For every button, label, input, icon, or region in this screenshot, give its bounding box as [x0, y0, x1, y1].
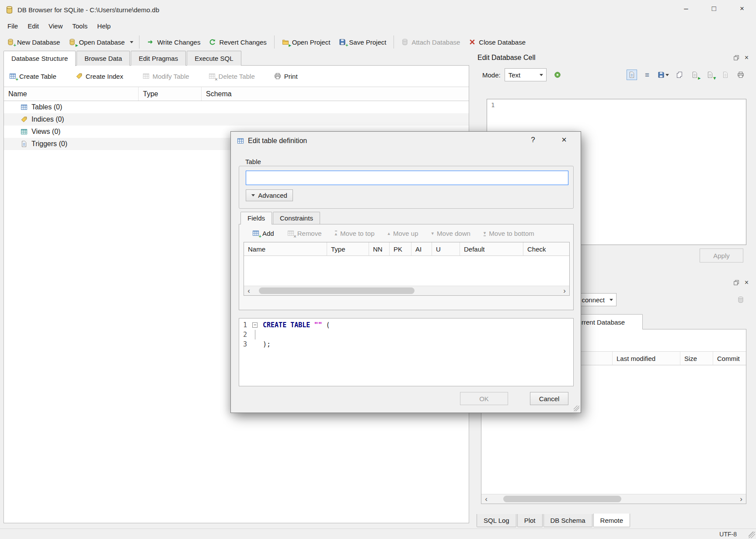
save-project-button[interactable]: + Save Project: [334, 35, 390, 49]
print-cell-icon[interactable]: [735, 70, 746, 80]
close-database-button[interactable]: Close Database: [464, 35, 530, 49]
dialog-close-button[interactable]: ×: [558, 135, 570, 145]
remote-column-commit[interactable]: Commit: [713, 352, 746, 365]
scrollbar-thumb[interactable]: [259, 287, 415, 294]
fold-collapse-icon[interactable]: −: [252, 322, 258, 328]
attach-database-icon: [401, 38, 408, 46]
fields-toolbar: + Add × Remove ▴ Move to top ▴ Move up ▾: [239, 224, 573, 242]
fields-grid-header: Name Type NN PK AI U Default Check: [244, 242, 569, 256]
export-cell-icon[interactable]: ▾: [705, 70, 715, 80]
scroll-left-icon[interactable]: ‹: [481, 494, 491, 504]
dialog-titlebar[interactable]: Edit table definition ? ×: [231, 132, 581, 150]
revert-changes-button[interactable]: Revert Changes: [205, 35, 271, 49]
column-type[interactable]: Type: [327, 242, 369, 256]
menu-edit[interactable]: Edit: [23, 21, 44, 32]
modify-table-button[interactable]: Modify Table: [143, 73, 189, 80]
scroll-right-icon[interactable]: ›: [560, 286, 569, 296]
tab-constraints[interactable]: Constraints: [273, 212, 320, 224]
resize-grip[interactable]: [749, 532, 755, 538]
create-table-button[interactable]: + Create Table: [9, 73, 56, 80]
cancel-button[interactable]: Cancel: [530, 392, 568, 405]
remote-hscrollbar[interactable]: ‹ ›: [481, 494, 746, 504]
column-name[interactable]: Name: [244, 242, 327, 256]
table-name-input[interactable]: [246, 171, 568, 185]
tab-remote[interactable]: Remote: [593, 514, 631, 527]
minimize-button[interactable]: –: [672, 0, 700, 18]
remote-column-size[interactable]: Size: [680, 352, 713, 365]
move-down-button[interactable]: ▾ Move down: [432, 230, 470, 237]
menu-help[interactable]: Help: [92, 21, 115, 32]
write-changes-button[interactable]: Write Changes: [143, 35, 205, 49]
tab-db-schema[interactable]: DB Schema: [543, 514, 592, 527]
titlebar[interactable]: DB Browser for SQLite - C:\Users\turne\d…: [0, 0, 756, 19]
save-cell-icon[interactable]: [657, 70, 669, 80]
dialog-title: Edit table definition: [248, 137, 307, 145]
menu-tools[interactable]: Tools: [67, 21, 92, 32]
close-panel-icon[interactable]: ×: [745, 279, 749, 286]
close-button[interactable]: ×: [728, 0, 756, 18]
column-default[interactable]: Default: [460, 242, 523, 256]
encoding-indicator[interactable]: UTF-8: [719, 531, 737, 538]
tree-row-tables[interactable]: Tables (0): [4, 101, 469, 113]
add-field-button[interactable]: + Add: [252, 230, 274, 237]
word-wrap-icon[interactable]: ≡: [642, 70, 652, 80]
column-ai[interactable]: AI: [411, 242, 432, 256]
advanced-button[interactable]: Advanced: [246, 189, 293, 201]
move-to-bottom-button[interactable]: ▾ Move to bottom: [484, 230, 534, 237]
column-pk[interactable]: PK: [390, 242, 411, 256]
float-panel-icon[interactable]: [733, 55, 739, 61]
move-to-top-button[interactable]: ▴ Move to top: [335, 230, 375, 237]
open-database-button[interactable]: ▸ Open Database: [64, 35, 129, 49]
import-cell-icon[interactable]: ▸: [690, 70, 700, 80]
tree-column-schema[interactable]: Schema: [202, 87, 469, 101]
menu-file[interactable]: File: [3, 21, 23, 32]
apply-button[interactable]: Apply: [700, 248, 743, 262]
tab-fields[interactable]: Fields: [240, 212, 272, 224]
scrollbar-thumb[interactable]: [503, 496, 621, 502]
attach-database-button[interactable]: Attach Database: [397, 35, 464, 49]
menu-view[interactable]: View: [44, 21, 67, 32]
delete-table-button[interactable]: × Delete Table: [209, 73, 255, 80]
upload-database-icon[interactable]: [735, 294, 746, 305]
tree-column-type[interactable]: Type: [139, 87, 202, 101]
open-project-button[interactable]: ▸ Open Project: [278, 35, 335, 49]
mode-combo[interactable]: Text: [505, 68, 547, 81]
add-field-icon: +: [252, 230, 259, 237]
fields-grid-body[interactable]: [244, 256, 569, 286]
tree-column-name[interactable]: Name: [4, 87, 139, 101]
remove-field-button[interactable]: × Remove: [287, 230, 322, 237]
auto-mode-button[interactable]: [550, 68, 564, 81]
scroll-right-icon[interactable]: ›: [736, 494, 746, 504]
fields-hscrollbar[interactable]: ‹ ›: [244, 286, 569, 295]
create-index-button[interactable]: Create Index: [76, 73, 123, 80]
move-up-button[interactable]: ▴ Move up: [387, 230, 418, 237]
tab-database-structure[interactable]: Database Structure: [3, 51, 76, 66]
close-panel-icon[interactable]: ×: [745, 54, 749, 61]
ok-button[interactable]: OK: [460, 392, 508, 405]
dialog-resize-grip[interactable]: [574, 406, 579, 411]
copy-cell-icon[interactable]: [674, 70, 685, 80]
column-nn[interactable]: NN: [369, 242, 390, 256]
fold-column: [251, 330, 260, 340]
tab-sql-log[interactable]: SQL Log: [477, 514, 516, 527]
column-check[interactable]: Check: [523, 242, 569, 256]
text-mode-icon[interactable]: [627, 70, 637, 80]
column-u[interactable]: U: [432, 242, 460, 256]
float-panel-icon[interactable]: [733, 280, 739, 286]
new-database-button[interactable]: + New Database: [3, 35, 64, 49]
tab-execute-sql[interactable]: Execute SQL: [187, 51, 241, 66]
print-button[interactable]: Print: [274, 73, 298, 80]
remote-column-last-modified[interactable]: Last modified: [613, 352, 680, 365]
tab-browse-data[interactable]: Browse Data: [77, 51, 130, 66]
sql-paren: (: [326, 321, 330, 329]
toolbar-separator: [394, 35, 394, 49]
maximize-button[interactable]: □: [700, 0, 728, 18]
edit-cell-header[interactable]: Edit Database Cell ×: [474, 51, 753, 65]
tree-row-indices[interactable]: Indices (0): [4, 113, 469, 126]
open-database-dropdown[interactable]: [129, 38, 136, 46]
dialog-help-button[interactable]: ?: [527, 136, 539, 144]
tab-plot[interactable]: Plot: [517, 514, 543, 527]
tab-edit-pragmas[interactable]: Edit Pragmas: [131, 51, 186, 66]
scroll-left-icon[interactable]: ‹: [244, 286, 254, 296]
set-null-icon[interactable]: [720, 70, 731, 80]
